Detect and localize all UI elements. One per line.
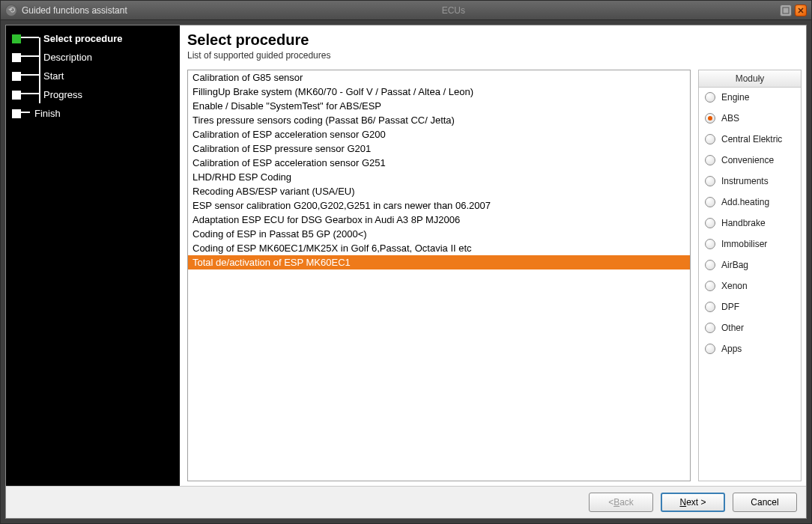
procedure-item[interactable]: Recoding ABS/ESP variant (USA/EU)	[188, 184, 690, 198]
module-label: Instruments	[721, 176, 769, 186]
module-label: ABS	[721, 113, 739, 124]
procedure-item[interactable]: Enable / Disable "SystemTest" for ABS/ES…	[188, 99, 690, 113]
step-marker-icon	[12, 72, 21, 81]
procedure-item[interactable]: Coding of ESP in Passat B5 GP (2000<)	[188, 227, 690, 241]
modules-header: Moduły	[699, 70, 801, 88]
module-radio-item[interactable]: Immobiliser	[705, 239, 795, 249]
module-label: Xenon	[721, 281, 748, 291]
step-marker-icon	[12, 34, 21, 43]
module-radio-item[interactable]: ABS	[705, 113, 795, 124]
radio-icon	[705, 176, 715, 186]
module-radio-item[interactable]: Instruments	[705, 176, 795, 186]
page-title: Select procedure	[187, 31, 802, 49]
module-radio-item[interactable]: Central Elektric	[705, 134, 795, 144]
module-label: Add.heating	[721, 197, 769, 207]
wizard-step[interactable]: Progress	[12, 89, 174, 100]
page-subtitle: List of supported guided procedures	[187, 50, 802, 61]
radio-icon	[705, 239, 715, 249]
app-window: ⟲ Guided functions assistant ECUs Select…	[0, 0, 812, 524]
content-panel: Select procedure List of supported guide…	[180, 25, 806, 486]
svg-rect-0	[783, 7, 789, 13]
module-radio-item[interactable]: Other	[705, 323, 795, 333]
module-label: Immobiliser	[721, 239, 767, 249]
module-radio-item[interactable]: Add.heating	[705, 197, 795, 207]
radio-icon	[705, 113, 715, 124]
radio-icon	[705, 302, 715, 312]
back-button[interactable]: < Back	[589, 493, 653, 512]
step-label: Start	[43, 70, 64, 82]
step-marker-icon	[12, 53, 21, 62]
procedure-item[interactable]: Adaptation ESP ECU for DSG Gearbox in Au…	[188, 213, 690, 227]
step-label: Description	[43, 52, 92, 63]
module-radio-item[interactable]: Apps	[705, 344, 795, 354]
procedure-list[interactable]: Calibration of G85 sensorFillingUp Brake…	[187, 70, 691, 481]
module-label: Central Elektric	[721, 134, 782, 144]
module-radio-item[interactable]: AirBag	[705, 260, 795, 270]
module-label: Other	[721, 323, 744, 333]
radio-icon	[705, 134, 715, 144]
radio-icon	[705, 344, 715, 354]
procedure-item[interactable]: LHD/RHD ESP Coding	[188, 170, 690, 184]
procedure-item[interactable]: Coding of ESP MK60EC1/MK25X in Golf 6,Pa…	[188, 241, 690, 255]
body-area: Select procedureDescriptionStartProgress…	[1, 20, 811, 523]
cancel-button[interactable]: Cancel	[733, 493, 797, 512]
wizard-step[interactable]: Start	[12, 70, 174, 82]
module-radio-item[interactable]: Convenience	[705, 155, 795, 165]
titlebar-center-label: ECUs	[127, 5, 780, 16]
step-label: Progress	[43, 89, 82, 100]
module-label: DPF	[721, 302, 739, 312]
procedure-item[interactable]: Calibration of ESP acceleration sensor G…	[188, 127, 690, 141]
wizard-footer: < Back Next > Cancel	[6, 486, 806, 518]
minimize-button[interactable]	[780, 4, 792, 16]
app-icon: ⟲	[5, 4, 17, 16]
wizard-sidebar: Select procedureDescriptionStartProgress…	[6, 25, 180, 486]
module-label: Apps	[721, 344, 742, 354]
procedure-item[interactable]: Calibration of ESP pressure sensor G201	[188, 141, 690, 156]
module-label: Engine	[721, 92, 749, 103]
procedure-item[interactable]: Total de/activation of ESP MK60EC1	[188, 255, 690, 269]
next-button[interactable]: Next >	[661, 493, 725, 512]
module-radio-item[interactable]: Engine	[705, 92, 795, 103]
procedure-item[interactable]: Tires pressure sensors coding (Passat B6…	[188, 113, 690, 127]
radio-icon	[705, 197, 715, 207]
inner-panel: Select procedureDescriptionStartProgress…	[5, 25, 807, 519]
module-label: Handbrake	[721, 218, 766, 228]
procedure-item[interactable]: ESP sensor calibration G200,G202,G251 in…	[188, 198, 690, 213]
titlebar: ⟲ Guided functions assistant ECUs	[1, 1, 811, 20]
wizard-step[interactable]: Finish	[12, 108, 174, 119]
module-label: AirBag	[721, 260, 748, 270]
step-marker-icon	[12, 91, 21, 100]
module-label: Convenience	[721, 155, 774, 165]
radio-icon	[705, 323, 715, 333]
module-radio-item[interactable]: Xenon	[705, 281, 795, 291]
step-label: Select procedure	[43, 33, 123, 44]
radio-icon	[705, 281, 715, 291]
window-title: Guided functions assistant	[22, 5, 127, 16]
radio-icon	[705, 260, 715, 270]
radio-icon	[705, 155, 715, 165]
wizard-step[interactable]: Select procedure	[12, 33, 174, 44]
procedure-item[interactable]: Calibration of G85 sensor	[188, 70, 690, 85]
module-radio-item[interactable]: DPF	[705, 302, 795, 312]
step-label: Finish	[34, 108, 61, 119]
module-radio-item[interactable]: Handbrake	[705, 218, 795, 228]
procedure-item[interactable]: FillingUp Brake system (MK60/70 - Golf V…	[188, 85, 690, 99]
radio-icon	[705, 218, 715, 228]
wizard-step[interactable]: Description	[12, 52, 174, 63]
close-button[interactable]	[795, 4, 807, 16]
radio-icon	[705, 92, 715, 103]
step-marker-icon	[12, 109, 21, 118]
modules-panel: Moduły EngineABSCentral ElektricConvenie…	[698, 70, 802, 481]
procedure-item[interactable]: Calibration of ESP acceleration sensor G…	[188, 156, 690, 170]
